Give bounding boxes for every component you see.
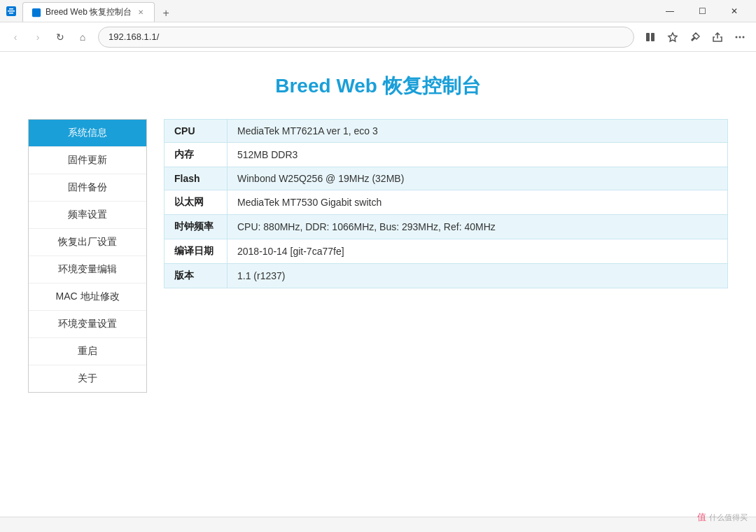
sidebar-item-3[interactable]: 频率设置: [29, 202, 146, 229]
table-cell-value-2: Winbond W25Q256 @ 19MHz (32MB): [227, 167, 728, 190]
table-cell-value-1: 512MB DDR3: [227, 143, 728, 167]
pin-icon[interactable]: [685, 27, 706, 48]
favorites-icon[interactable]: [662, 27, 683, 48]
sidebar-item-1[interactable]: 固件更新: [29, 147, 146, 174]
svg-point-10: [743, 36, 745, 38]
table-cell-value-5: 2018-10-14 [git-7ca77fe]: [227, 239, 728, 264]
title-bar-left: [6, 6, 17, 17]
watermark-text: 什么值得买: [709, 512, 748, 523]
tab-title: Breed Web 恢复控制台: [46, 6, 132, 18]
share-icon[interactable]: [707, 27, 728, 48]
table-row-0: CPUMediaTek MT7621A ver 1, eco 3: [164, 120, 728, 143]
browser-window: Breed Web 恢复控制台 ✕ + — ☐ ✕ ‹ › ↻ ⌂: [0, 0, 756, 532]
svg-marker-7: [668, 33, 677, 41]
tab-bar: Breed Web 恢复控制台 ✕ +: [22, 0, 654, 22]
active-tab[interactable]: Breed Web 恢复控制台 ✕: [22, 2, 155, 22]
book-icon: [645, 31, 656, 43]
info-table: CPUMediaTek MT7621A ver 1, eco 3内存512MB …: [164, 119, 728, 288]
forward-button[interactable]: ›: [28, 27, 48, 47]
address-input[interactable]: [98, 27, 634, 48]
table-cell-label-2: Flash: [164, 167, 227, 190]
toolbar-icons: [640, 27, 750, 48]
page-content: Breed Web 恢复控制台 系统信息固件更新固件备份频率设置恢复出厂设置环境…: [0, 52, 756, 517]
tab-close-button[interactable]: ✕: [136, 8, 146, 18]
sidebar-item-7[interactable]: 环境变量设置: [29, 311, 146, 338]
table-row-2: FlashWinbond W25Q256 @ 19MHz (32MB): [164, 167, 728, 190]
svg-rect-5: [646, 33, 650, 41]
home-button[interactable]: ⌂: [73, 27, 92, 47]
table-cell-value-4: CPU: 880MHz, DDR: 1066MHz, Bus: 293MHz, …: [227, 215, 728, 239]
more-icon[interactable]: [729, 27, 750, 48]
svg-rect-3: [9, 13, 13, 14]
new-tab-button[interactable]: +: [158, 5, 174, 22]
watermark: 值 什么值得买: [697, 511, 748, 524]
maximize-button[interactable]: ☐: [686, 0, 718, 22]
back-button[interactable]: ‹: [6, 27, 25, 47]
table-row-4: 时钟频率CPU: 880MHz, DDR: 1066MHz, Bus: 293M…: [164, 215, 728, 239]
svg-rect-2: [9, 8, 13, 10]
status-bar: [0, 517, 756, 532]
sidebar-item-6[interactable]: MAC 地址修改: [29, 284, 146, 311]
sidebar-item-2[interactable]: 固件备份: [29, 174, 146, 202]
table-cell-label-1: 内存: [164, 143, 227, 167]
page-title: Breed Web 恢复控制台: [28, 73, 728, 99]
table-cell-label-5: 编译日期: [164, 239, 227, 264]
table-cell-value-3: MediaTek MT7530 Gigabit switch: [227, 190, 728, 215]
refresh-button[interactable]: ↻: [50, 27, 70, 47]
table-cell-label-4: 时钟频率: [164, 215, 227, 239]
tab-favicon: [31, 8, 41, 18]
table-cell-label-3: 以太网: [164, 190, 227, 215]
minimize-button[interactable]: —: [654, 0, 686, 22]
watermark-logo: 值: [697, 511, 706, 524]
window-controls: — ☐ ✕: [654, 0, 750, 22]
svg-rect-4: [32, 8, 41, 16]
table-cell-label-6: 版本: [164, 264, 227, 288]
table-cell-value-0: MediaTek MT7621A ver 1, eco 3: [227, 120, 728, 143]
sidebar-item-5[interactable]: 环境变量编辑: [29, 256, 146, 284]
svg-point-8: [736, 36, 738, 38]
sidebar-item-4[interactable]: 恢复出厂设置: [29, 229, 146, 256]
table-cell-value-6: 1.1 (r1237): [227, 264, 728, 288]
browser-icon: [6, 6, 17, 17]
svg-point-9: [739, 36, 741, 38]
svg-rect-1: [8, 10, 15, 12]
main-layout: 系统信息固件更新固件备份频率设置恢复出厂设置环境变量编辑MAC 地址修改环境变量…: [28, 119, 728, 393]
read-mode-icon[interactable]: [640, 27, 661, 48]
table-cell-label-0: CPU: [164, 120, 227, 143]
table-row-6: 版本1.1 (r1237): [164, 264, 728, 288]
close-button[interactable]: ✕: [718, 0, 750, 22]
sidebar: 系统信息固件更新固件备份频率设置恢复出厂设置环境变量编辑MAC 地址修改环境变量…: [28, 119, 147, 393]
title-bar: Breed Web 恢复控制台 ✕ + — ☐ ✕: [0, 0, 756, 22]
svg-rect-6: [651, 33, 654, 41]
table-row-1: 内存512MB DDR3: [164, 143, 728, 167]
sidebar-item-0[interactable]: 系统信息: [29, 120, 146, 147]
table-row-3: 以太网MediaTek MT7530 Gigabit switch: [164, 190, 728, 215]
address-bar: ‹ › ↻ ⌂: [0, 22, 756, 52]
sidebar-item-9[interactable]: 关于: [29, 365, 146, 392]
table-row-5: 编译日期2018-10-14 [git-7ca77fe]: [164, 239, 728, 264]
sidebar-item-8[interactable]: 重启: [29, 338, 146, 365]
